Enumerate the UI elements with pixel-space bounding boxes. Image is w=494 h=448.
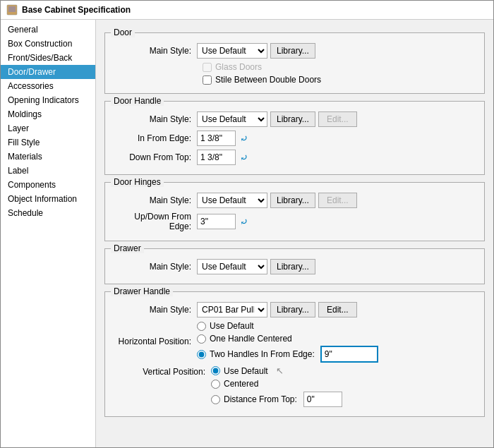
drawer-handle-section-label: Drawer Handle bbox=[111, 286, 173, 296]
sidebar-item-materials[interactable]: Materials bbox=[1, 150, 95, 164]
drawer-handle-main-style-row: Main Style: CP01 Bar Pull Use Default Li… bbox=[112, 302, 477, 317]
hinges-edit-btn[interactable]: Edit... bbox=[318, 193, 357, 208]
glass-doors-row: Glass Doors bbox=[112, 62, 477, 72]
glass-doors-label: Glass Doors bbox=[215, 62, 262, 72]
down-from-top-input[interactable] bbox=[197, 150, 236, 165]
door-main-style-label: Main Style: bbox=[112, 46, 197, 56]
in-from-edge-spinner-icon[interactable]: ⤾ bbox=[237, 131, 251, 145]
dh-main-style-label: Main Style: bbox=[112, 114, 197, 124]
sidebar-item-front-sides-back[interactable]: Front/Sides/Back bbox=[1, 51, 95, 65]
main-content: Door Main Style: Use Default Library... … bbox=[96, 20, 493, 447]
horiz-pos-row: Horizontal Position: Use Default One Han… bbox=[112, 321, 477, 362]
vp-use-default-radio[interactable] bbox=[211, 366, 220, 375]
vp-dist-row: Distance From Top: bbox=[211, 392, 342, 407]
stile-row: Stile Between Double Doors bbox=[112, 75, 477, 85]
drawer-handle-library-btn[interactable]: Library... bbox=[270, 302, 315, 317]
sidebar-item-components[interactable]: Components bbox=[1, 178, 95, 192]
hp-use-default-label: Use Default bbox=[210, 321, 254, 331]
in-from-edge-input[interactable] bbox=[197, 131, 236, 146]
door-handle-main-style-row: Main Style: Use Default Library... Edit.… bbox=[112, 111, 477, 127]
vert-pos-row: Vertical Position: Use Default ↖ Centere… bbox=[112, 365, 477, 407]
door-section-label: Door bbox=[111, 28, 135, 37]
drh-main-style-label: Main Style: bbox=[112, 305, 197, 315]
sidebar-item-fill-style[interactable]: Fill Style bbox=[1, 135, 95, 150]
door-handle-library-btn[interactable]: Library... bbox=[270, 111, 315, 127]
down-from-top-label: Down From Top: bbox=[112, 152, 197, 162]
svg-rect-1 bbox=[8, 6, 16, 12]
sidebar-item-accessories[interactable]: Accessories bbox=[1, 79, 95, 93]
door-handle-section: Door Handle Main Style: Use Default Libr… bbox=[104, 101, 485, 175]
down-from-top-row: Down From Top: ⤾ bbox=[112, 150, 477, 165]
sidebar-item-door-drawer[interactable]: Door/Drawer bbox=[1, 65, 95, 79]
drawer-main-style-label: Main Style: bbox=[112, 262, 197, 272]
sidebar: GeneralBox ConstructionFront/Sides/BackD… bbox=[1, 20, 96, 447]
hinges-main-style-label: Main Style: bbox=[112, 195, 197, 205]
content-area: GeneralBox ConstructionFront/Sides/BackD… bbox=[1, 20, 493, 447]
hp-two-handles-row: Two Handles In From Edge: bbox=[197, 346, 378, 362]
sidebar-item-moldings[interactable]: Moldings bbox=[1, 107, 95, 121]
door-handle-main-style-select[interactable]: Use Default bbox=[197, 111, 267, 127]
title-bar: Base Cabinet Specification bbox=[1, 1, 493, 20]
vp-dist-label: Distance From Top: bbox=[224, 394, 297, 404]
glass-doors-checkbox[interactable] bbox=[203, 63, 212, 72]
hinges-library-btn[interactable]: Library... bbox=[270, 193, 315, 208]
drawer-handle-main-style-select[interactable]: CP01 Bar Pull Use Default bbox=[197, 302, 267, 317]
window-title: Base Cabinet Specification bbox=[22, 5, 131, 15]
window-icon bbox=[6, 4, 18, 16]
door-handle-edit-btn[interactable]: Edit... bbox=[318, 111, 357, 127]
drawer-handle-section: Drawer Handle Main Style: CP01 Bar Pull … bbox=[104, 291, 485, 417]
drawer-handle-edit-btn[interactable]: Edit... bbox=[318, 302, 357, 317]
hp-use-default-radio[interactable] bbox=[197, 322, 206, 331]
door-section: Door Main Style: Use Default Library... … bbox=[104, 32, 485, 94]
horiz-radio-group: Use Default One Handle Centered Two Hand… bbox=[197, 321, 378, 362]
hp-one-handle-radio[interactable] bbox=[197, 334, 206, 344]
sidebar-item-object-information[interactable]: Object Information bbox=[1, 192, 95, 206]
hp-two-handles-radio[interactable] bbox=[197, 350, 206, 359]
hp-one-handle-row: One Handle Centered bbox=[197, 334, 378, 344]
two-handles-input[interactable] bbox=[321, 346, 378, 362]
updown-label: Up/Down From Edge: bbox=[112, 212, 197, 231]
in-from-edge-row: In From Edge: ⤾ bbox=[112, 131, 477, 146]
hp-two-handles-label: Two Handles In From Edge: bbox=[210, 349, 315, 359]
updown-spinner-icon[interactable]: ⤾ bbox=[237, 214, 251, 229]
sidebar-item-layer[interactable]: Layer bbox=[1, 121, 95, 135]
hinges-main-style-row: Main Style: Use Default Library... Edit.… bbox=[112, 193, 477, 208]
door-hinges-section: Door Hinges Main Style: Use Default Libr… bbox=[104, 182, 485, 241]
stile-checkbox[interactable] bbox=[203, 75, 212, 85]
vp-centered-label: Centered bbox=[224, 379, 258, 389]
drawer-main-style-row: Main Style: Use Default Library... bbox=[112, 259, 477, 274]
drawer-library-btn[interactable]: Library... bbox=[270, 259, 315, 274]
vp-dist-radio[interactable] bbox=[211, 395, 220, 404]
cursor-icon: ↖ bbox=[276, 365, 284, 376]
vp-use-default-label: Use Default bbox=[224, 366, 268, 376]
sidebar-item-box-construction[interactable]: Box Construction bbox=[1, 37, 95, 51]
sidebar-item-schedule[interactable]: Schedule bbox=[1, 206, 95, 220]
sidebar-item-label[interactable]: Label bbox=[1, 164, 95, 178]
vp-use-default-row: Use Default ↖ bbox=[211, 365, 342, 376]
vert-radio-group: Use Default ↖ Centered Distance From Top… bbox=[211, 365, 342, 407]
hp-one-handle-label: One Handle Centered bbox=[210, 334, 292, 344]
drawer-main-style-select[interactable]: Use Default bbox=[197, 259, 267, 274]
in-from-edge-label: In From Edge: bbox=[112, 133, 197, 143]
door-main-style-row: Main Style: Use Default Library... bbox=[112, 43, 477, 59]
vert-pos-label: Vertical Position: bbox=[112, 365, 211, 377]
door-handle-label: Door Handle bbox=[111, 96, 164, 106]
stile-label: Stile Between Double Doors bbox=[215, 75, 321, 85]
door-hinges-label: Door Hinges bbox=[111, 177, 164, 187]
window: Base Cabinet Specification GeneralBox Co… bbox=[0, 0, 494, 448]
hinges-main-style-select[interactable]: Use Default bbox=[197, 193, 267, 208]
vp-centered-row: Centered bbox=[211, 379, 342, 389]
drawer-section-label: Drawer bbox=[111, 243, 144, 253]
down-from-top-spinner-icon[interactable]: ⤾ bbox=[237, 150, 251, 164]
horiz-pos-label: Horizontal Position: bbox=[112, 337, 197, 346]
drawer-section: Drawer Main Style: Use Default Library..… bbox=[104, 248, 485, 284]
updown-input[interactable] bbox=[197, 214, 236, 229]
updown-row: Up/Down From Edge: ⤾ bbox=[112, 212, 477, 231]
sidebar-item-opening-indicators[interactable]: Opening Indicators bbox=[1, 93, 95, 107]
door-main-style-select[interactable]: Use Default bbox=[197, 43, 267, 59]
vp-centered-radio[interactable] bbox=[211, 380, 220, 389]
door-library-btn[interactable]: Library... bbox=[270, 43, 315, 59]
vp-dist-input[interactable] bbox=[303, 392, 342, 407]
sidebar-item-general[interactable]: General bbox=[1, 23, 95, 37]
hp-use-default-row: Use Default bbox=[197, 321, 378, 331]
